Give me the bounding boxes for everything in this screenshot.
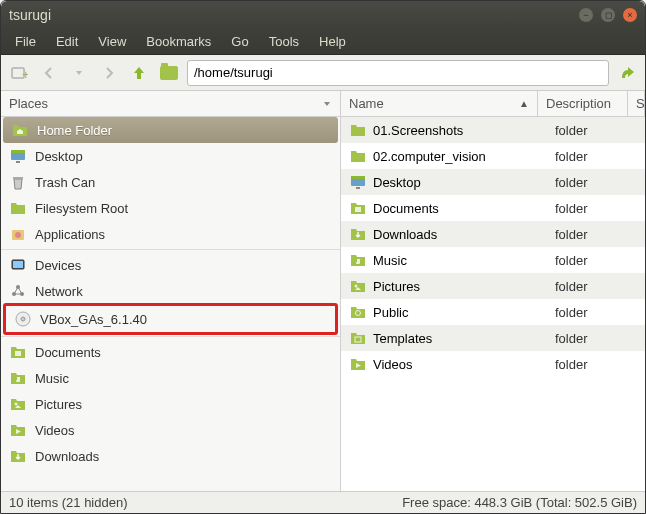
folder-music-icon xyxy=(349,251,367,269)
sidebar-divider xyxy=(1,249,340,250)
sidebar: Places Home FolderDesktopTrash CanFilesy… xyxy=(1,91,341,491)
file-name: 01.Screenshots xyxy=(373,123,463,138)
titlebar: tsurugi − ◻ × xyxy=(1,1,645,29)
file-row[interactable]: Publicfolder xyxy=(341,299,645,325)
desktop-icon xyxy=(349,173,367,191)
file-row[interactable]: 01.Screenshotsfolder xyxy=(341,117,645,143)
column-name[interactable]: Name ▲ xyxy=(341,91,538,116)
sidebar-item-desktop[interactable]: Desktop xyxy=(1,143,340,169)
svg-rect-9 xyxy=(13,261,23,268)
svg-rect-5 xyxy=(13,177,23,179)
new-tab-button[interactable]: + xyxy=(7,61,31,85)
file-row[interactable]: Desktopfolder xyxy=(341,169,645,195)
sidebar-item-filesystem-root[interactable]: Filesystem Root xyxy=(1,195,340,221)
file-name: Music xyxy=(373,253,407,268)
file-rows: 01.Screenshotsfolder02.computer_visionfo… xyxy=(341,117,645,491)
svg-rect-20 xyxy=(355,207,361,212)
status-left: 10 items (21 hidden) xyxy=(9,495,128,510)
menu-view[interactable]: View xyxy=(88,30,136,53)
forward-button[interactable] xyxy=(97,61,121,85)
sidebar-item-downloads[interactable]: Downloads xyxy=(1,443,340,469)
maximize-button[interactable]: ◻ xyxy=(601,8,615,22)
file-row[interactable]: Documentsfolder xyxy=(341,195,645,221)
menu-file[interactable]: File xyxy=(5,30,46,53)
file-description: folder xyxy=(547,175,645,190)
sidebar-title: Places xyxy=(9,96,48,111)
file-row[interactable]: Picturesfolder xyxy=(341,273,645,299)
file-row[interactable]: 02.computer_visionfolder xyxy=(341,143,645,169)
column-extra-label: S xyxy=(636,96,645,111)
back-button[interactable] xyxy=(37,61,61,85)
close-button[interactable]: × xyxy=(623,8,637,22)
file-name: Templates xyxy=(373,331,432,346)
folder-pub-icon xyxy=(349,303,367,321)
menu-edit[interactable]: Edit xyxy=(46,30,88,53)
sidebar-item-music[interactable]: Music xyxy=(1,365,340,391)
file-row[interactable]: Templatesfolder xyxy=(341,325,645,351)
folder-pic-icon xyxy=(9,395,27,413)
sidebar-item-applications[interactable]: Applications xyxy=(1,221,340,247)
desktop-icon xyxy=(9,147,27,165)
file-description: folder xyxy=(547,123,645,138)
svg-rect-3 xyxy=(11,150,25,153)
window-controls: − ◻ × xyxy=(579,8,637,22)
trash-icon xyxy=(9,173,27,191)
sidebar-item-label: Videos xyxy=(35,423,75,438)
svg-rect-18 xyxy=(351,176,365,179)
file-name: Public xyxy=(373,305,408,320)
sidebar-item-trash-can[interactable]: Trash Can xyxy=(1,169,340,195)
sidebar-item-label: Desktop xyxy=(35,149,83,164)
column-name-label: Name xyxy=(349,96,384,111)
sidebar-item-devices[interactable]: Devices xyxy=(1,252,340,278)
home-button[interactable] xyxy=(157,61,181,85)
folder-icon xyxy=(349,121,367,139)
up-button[interactable] xyxy=(127,61,151,85)
file-pane: Name ▲ Description S 01.Screenshotsfolde… xyxy=(341,91,645,491)
file-description: folder xyxy=(547,253,645,268)
sidebar-item-label: VBox_GAs_6.1.40 xyxy=(40,312,147,327)
folder-music-icon xyxy=(9,369,27,387)
file-row[interactable]: Musicfolder xyxy=(341,247,645,273)
sidebar-item-label: Music xyxy=(35,371,69,386)
sidebar-header[interactable]: Places xyxy=(1,91,340,117)
sidebar-item-label: Pictures xyxy=(35,397,82,412)
file-description: folder xyxy=(547,149,645,164)
minimize-button[interactable]: − xyxy=(579,8,593,22)
menu-bookmarks[interactable]: Bookmarks xyxy=(136,30,221,53)
forward-menu-icon[interactable] xyxy=(67,61,91,85)
sidebar-item-home-folder[interactable]: Home Folder xyxy=(3,117,338,143)
chevron-down-icon xyxy=(322,99,332,109)
menu-help[interactable]: Help xyxy=(309,30,356,53)
go-button[interactable] xyxy=(615,61,639,85)
sidebar-item-pictures[interactable]: Pictures xyxy=(1,391,340,417)
sidebar-item-vbox-gas-6-1-40[interactable]: VBox_GAs_6.1.40 xyxy=(6,306,335,332)
menu-tools[interactable]: Tools xyxy=(259,30,309,53)
column-extra[interactable]: S xyxy=(628,91,645,116)
file-row[interactable]: Downloadsfolder xyxy=(341,221,645,247)
main-pane: Places Home FolderDesktopTrash CanFilesy… xyxy=(1,91,645,491)
sidebar-item-documents[interactable]: Documents xyxy=(1,339,340,365)
file-row[interactable]: Videosfolder xyxy=(341,351,645,377)
folder-dl-icon xyxy=(9,447,27,465)
sidebar-item-label: Documents xyxy=(35,345,101,360)
sidebar-item-videos[interactable]: Videos xyxy=(1,417,340,443)
column-description[interactable]: Description xyxy=(538,91,628,116)
sidebar-item-label: Home Folder xyxy=(37,123,112,138)
location-bar[interactable]: /home/tsurugi xyxy=(187,60,609,86)
file-name: Desktop xyxy=(373,175,421,190)
folder-icon xyxy=(160,66,178,80)
file-name: 02.computer_vision xyxy=(373,149,486,164)
file-description: folder xyxy=(547,279,645,294)
window-title: tsurugi xyxy=(9,7,579,23)
folder-home-icon xyxy=(11,121,29,139)
folder-vid-icon xyxy=(349,355,367,373)
svg-rect-4 xyxy=(16,161,20,163)
file-description: folder xyxy=(547,357,645,372)
highlighted-item: VBox_GAs_6.1.40 xyxy=(3,303,338,335)
sidebar-item-network[interactable]: Network xyxy=(1,278,340,304)
sidebar-item-label: Filesystem Root xyxy=(35,201,128,216)
menu-go[interactable]: Go xyxy=(221,30,258,53)
file-description: folder xyxy=(547,227,645,242)
column-desc-label: Description xyxy=(546,96,611,111)
menubar: FileEditViewBookmarksGoToolsHelp xyxy=(1,29,645,55)
